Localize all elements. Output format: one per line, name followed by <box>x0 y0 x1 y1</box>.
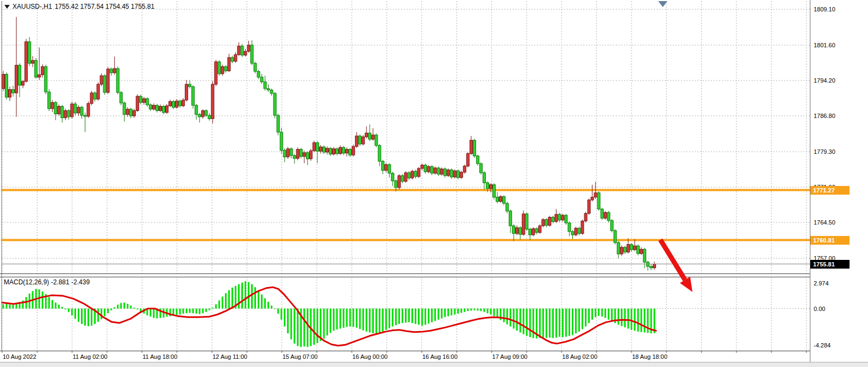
symbol-period-label: XAUUSD-,H1 <box>13 3 52 10</box>
macd-histogram-bar <box>343 309 345 328</box>
candle <box>296 150 299 159</box>
macd-histogram-bar <box>533 309 534 338</box>
candle <box>90 93 93 103</box>
candle <box>18 65 21 85</box>
candle <box>234 55 237 61</box>
macd-histogram-bar <box>418 309 420 325</box>
price-axis-label: 1809.10 <box>814 6 835 13</box>
candle <box>463 166 466 172</box>
candle <box>395 181 397 188</box>
candle <box>535 229 538 233</box>
candle <box>260 77 263 82</box>
macd-histogram-bar <box>356 309 358 328</box>
macd-histogram-bar <box>186 309 188 314</box>
candle <box>503 197 505 203</box>
macd-histogram-bar <box>582 309 583 329</box>
time-axis-label: 17 Aug 09:00 <box>492 353 528 360</box>
candle <box>28 42 31 64</box>
candle <box>633 246 636 250</box>
candle <box>627 245 629 252</box>
candle <box>221 67 224 74</box>
candle <box>542 220 545 226</box>
macd-histogram-bar <box>549 309 551 338</box>
candle <box>5 74 8 97</box>
macd-histogram-bar <box>97 309 99 322</box>
macd-histogram-bar <box>428 309 429 324</box>
candle <box>9 90 11 97</box>
macd-histogram-bar <box>424 309 426 325</box>
macd-histogram-bar <box>395 309 397 326</box>
candle <box>414 171 417 177</box>
macd-histogram-bar <box>3 304 4 309</box>
candle <box>306 153 309 159</box>
price-axis-label: 1786.80 <box>814 113 835 120</box>
macd-histogram-bar <box>232 288 233 309</box>
macd-histogram-bar <box>454 309 455 315</box>
macd-histogram-bar <box>287 309 289 334</box>
macd-histogram-bar <box>42 291 43 308</box>
bottom-strip <box>0 362 868 367</box>
candle <box>607 213 610 221</box>
macd-histogram-bar <box>16 304 17 309</box>
macd-histogram-bar <box>91 309 92 326</box>
macd-histogram-bar <box>405 309 407 323</box>
macd-indicator-label: MACD(12,26,9) -2.881 -2.439 <box>4 278 90 286</box>
candle <box>349 150 352 155</box>
macd-histogram-bar <box>313 309 315 345</box>
macd-histogram-bar <box>52 300 53 309</box>
candle <box>163 107 165 113</box>
macd-histogram-bar <box>209 309 210 310</box>
candle <box>539 226 541 232</box>
candle <box>434 168 436 173</box>
macd-histogram-bar <box>327 309 328 336</box>
candle <box>430 166 433 173</box>
time-axis-label: 18 Aug 18:00 <box>632 353 667 360</box>
candle <box>437 168 440 174</box>
macd-histogram-bar <box>218 301 220 309</box>
macd-histogram-bar <box>464 309 465 312</box>
macd-histogram-bar <box>117 304 118 308</box>
macd-histogram-bar <box>644 309 645 333</box>
macd-histogram-bar <box>330 309 332 333</box>
candle <box>369 133 371 139</box>
time-axis-label: 11 Aug 18:00 <box>142 353 177 360</box>
candle <box>571 232 574 235</box>
macd-histogram-bar <box>591 309 593 320</box>
macd-histogram-bar <box>149 309 151 317</box>
candle <box>526 214 528 229</box>
macd-histogram-bar <box>503 309 505 322</box>
candle <box>450 170 453 177</box>
candle <box>427 166 430 172</box>
macd-histogram-bar <box>271 306 272 309</box>
macd-histogram-bar <box>333 309 335 331</box>
macd-histogram-bar <box>585 309 586 327</box>
candle <box>51 102 54 108</box>
macd-histogram-bar <box>205 309 207 312</box>
macd-histogram-bar <box>376 309 377 334</box>
macd-histogram-bar <box>480 309 482 312</box>
candle <box>424 165 427 172</box>
candle <box>205 110 208 115</box>
candle <box>172 102 175 108</box>
macd-histogram-bar <box>19 303 21 308</box>
candle <box>636 246 639 253</box>
candle <box>231 58 234 61</box>
price-axis-label: 1794.20 <box>814 77 835 84</box>
macd-histogram-bar <box>176 309 178 315</box>
macd-histogram-bar <box>477 309 478 311</box>
candle <box>594 193 597 197</box>
macd-histogram-bar <box>451 309 452 316</box>
macd-histogram-bar <box>294 309 295 344</box>
macd-histogram-bar <box>9 304 11 309</box>
candle <box>198 114 201 116</box>
macd-histogram-bar <box>212 308 214 309</box>
macd-histogram-bar <box>189 309 191 313</box>
chart-canvas[interactable] <box>0 0 868 367</box>
candles-layer[interactable] <box>2 17 656 271</box>
candle <box>352 146 355 155</box>
macd-histogram-bar <box>123 303 125 309</box>
macd-histogram-bar <box>320 309 321 341</box>
macd-histogram-bar <box>473 309 475 310</box>
macd-histogram-bar <box>392 309 394 327</box>
candle <box>476 156 479 164</box>
